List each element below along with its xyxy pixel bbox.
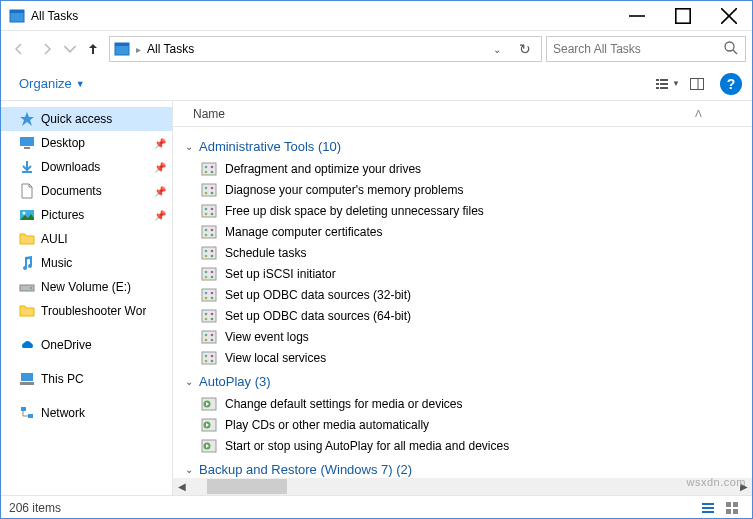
svg-rect-15 <box>660 87 668 89</box>
sidebar-item-label: This PC <box>41 372 84 386</box>
svg-point-44 <box>211 212 214 215</box>
svg-rect-27 <box>20 382 34 385</box>
scroll-thumb[interactable] <box>207 479 287 494</box>
svg-point-67 <box>211 312 214 315</box>
chevron-down-icon: ⌄ <box>185 141 193 152</box>
group-header[interactable]: ⌄Backup and Restore (Windows 7) (2) <box>185 456 752 478</box>
list-item[interactable]: Play CDs or other media automatically <box>185 414 752 435</box>
control-panel-icon <box>201 182 217 198</box>
item-label: Diagnose your computer's memory problems <box>225 183 463 197</box>
sidebar-item-volume-e[interactable]: New Volume (E:) <box>1 275 172 299</box>
refresh-button[interactable]: ↻ <box>513 37 537 61</box>
minimize-button[interactable] <box>614 1 660 31</box>
organize-label: Organize <box>19 76 72 91</box>
view-large-button[interactable] <box>720 498 744 518</box>
svg-rect-50 <box>202 247 216 259</box>
forward-button[interactable] <box>35 37 59 61</box>
maximize-button[interactable] <box>660 1 706 31</box>
svg-rect-20 <box>24 147 30 149</box>
svg-point-49 <box>211 233 214 236</box>
back-button[interactable] <box>7 37 31 61</box>
list-item[interactable]: Diagnose your computer's memory problems <box>185 179 752 200</box>
folder-icon <box>19 303 35 319</box>
list-item[interactable]: Manage computer certificates <box>185 221 752 242</box>
sidebar-item-pictures[interactable]: Pictures 📌 <box>1 203 172 227</box>
svg-point-76 <box>205 354 208 357</box>
list-item[interactable]: Change default settings for media or dev… <box>185 393 752 414</box>
breadcrumb-sep: ▸ <box>136 44 141 55</box>
sidebar-item-label: AULI <box>41 232 68 246</box>
list-item[interactable]: Set up ODBC data sources (32-bit) <box>185 284 752 305</box>
recent-button[interactable] <box>63 37 77 61</box>
svg-point-77 <box>211 354 214 357</box>
svg-marker-18 <box>20 112 34 126</box>
item-label: Manage computer certificates <box>225 225 382 239</box>
breadcrumb[interactable]: All Tasks <box>147 42 194 56</box>
list-item[interactable]: Start or stop using AutoPlay for all med… <box>185 435 752 456</box>
list-item[interactable]: Free up disk space by deleting unnecessa… <box>185 200 752 221</box>
svg-rect-26 <box>21 373 33 381</box>
sidebar-item-desktop[interactable]: Desktop 📌 <box>1 131 172 155</box>
svg-point-74 <box>211 338 214 341</box>
up-button[interactable] <box>81 37 105 61</box>
list-item[interactable]: View local services <box>185 347 752 368</box>
svg-rect-70 <box>202 331 216 343</box>
sidebar-this-pc[interactable]: This PC <box>1 367 172 391</box>
scroll-left-icon[interactable]: ◀ <box>173 481 190 492</box>
pin-icon: 📌 <box>154 162 166 173</box>
svg-point-73 <box>205 338 208 341</box>
organize-button[interactable]: Organize ▼ <box>11 72 93 95</box>
column-name[interactable]: Name <box>193 107 695 121</box>
sidebar-quick-access[interactable]: Quick access <box>1 107 172 131</box>
column-header[interactable]: Name ᐱ <box>173 101 752 127</box>
sidebar-item-auli[interactable]: AULI <box>1 227 172 251</box>
location-icon <box>114 41 130 57</box>
list-item[interactable]: Set up ODBC data sources (64-bit) <box>185 305 752 326</box>
preview-pane-button[interactable] <box>682 71 712 97</box>
toolbar: Organize ▼ ▼ ? <box>1 67 752 101</box>
view-options-button[interactable]: ▼ <box>652 71 682 97</box>
svg-point-78 <box>205 359 208 362</box>
view-details-button[interactable] <box>696 498 720 518</box>
svg-point-8 <box>725 42 734 51</box>
watermark: wsxdn.com <box>686 476 746 488</box>
address-bar[interactable]: ▸ All Tasks ⌄ ↻ <box>109 36 542 62</box>
control-panel-icon <box>201 350 217 366</box>
group-header[interactable]: ⌄Administrative Tools (10) <box>185 133 752 158</box>
svg-point-57 <box>211 270 214 273</box>
list-item[interactable]: Set up iSCSI initiator <box>185 263 752 284</box>
svg-point-54 <box>211 254 214 257</box>
list-item[interactable]: Defragment and optimize your drives <box>185 158 752 179</box>
search-input[interactable] <box>553 42 723 56</box>
search-box[interactable] <box>546 36 746 62</box>
control-panel-icon <box>201 417 217 433</box>
horizontal-scrollbar[interactable]: ◀ ▶ <box>173 478 752 495</box>
sidebar-onedrive[interactable]: OneDrive <box>1 333 172 357</box>
sidebar-item-label: Music <box>41 256 72 270</box>
svg-point-34 <box>211 170 214 173</box>
search-icon[interactable] <box>723 40 739 59</box>
control-panel-icon <box>201 245 217 261</box>
svg-point-39 <box>211 191 214 194</box>
svg-point-46 <box>205 228 208 231</box>
control-panel-icon <box>201 161 217 177</box>
sidebar-network[interactable]: Network <box>1 401 172 425</box>
group-title: Backup and Restore (Windows 7) (2) <box>199 462 412 477</box>
sidebar-item-label: Desktop <box>41 136 85 150</box>
item-label: Set up ODBC data sources (32-bit) <box>225 288 411 302</box>
item-label: Set up ODBC data sources (64-bit) <box>225 309 411 323</box>
svg-point-63 <box>205 296 208 299</box>
sidebar-item-troubleshooter[interactable]: Troubleshooter Wor <box>1 299 172 323</box>
help-button[interactable]: ? <box>720 73 742 95</box>
sidebar-item-documents[interactable]: Documents 📌 <box>1 179 172 203</box>
app-icon <box>9 8 25 24</box>
item-label: Schedule tasks <box>225 246 306 260</box>
address-dropdown-icon[interactable]: ⌄ <box>487 44 507 55</box>
close-button[interactable] <box>706 1 752 31</box>
sidebar-item-music[interactable]: Music <box>1 251 172 275</box>
list-item[interactable]: View event logs <box>185 326 752 347</box>
sidebar-item-downloads[interactable]: Downloads 📌 <box>1 155 172 179</box>
list-item[interactable]: Schedule tasks <box>185 242 752 263</box>
svg-rect-19 <box>20 137 34 146</box>
group-header[interactable]: ⌄AutoPlay (3) <box>185 368 752 393</box>
